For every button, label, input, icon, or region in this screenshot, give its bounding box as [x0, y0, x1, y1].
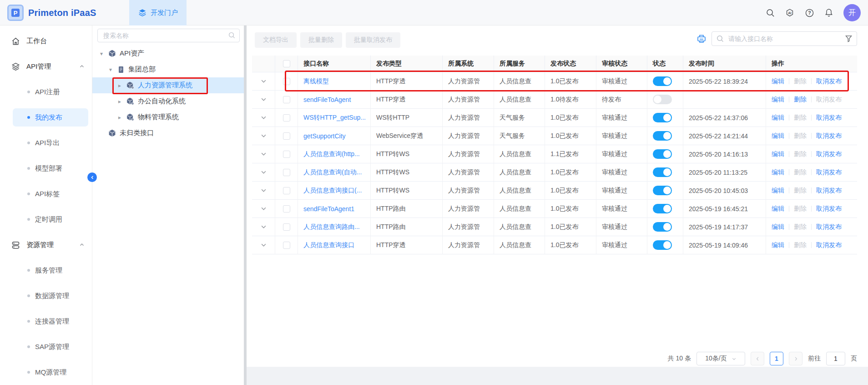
- user-avatar[interactable]: 开: [843, 4, 861, 21]
- status-toggle[interactable]: [653, 113, 672, 122]
- next-page-button[interactable]: [789, 352, 802, 365]
- api-name-link[interactable]: getSupportCity: [303, 132, 346, 140]
- api-name-link[interactable]: 离线模型: [303, 77, 329, 86]
- unpublish-link[interactable]: 取消发布: [816, 223, 842, 231]
- tree-node-unclassified[interactable]: 未归类接口: [92, 125, 244, 141]
- edit-link[interactable]: 编辑: [772, 96, 784, 104]
- sidebar-item-my-publications[interactable]: 我的发布: [0, 105, 92, 130]
- row-checkbox[interactable]: [283, 114, 290, 122]
- row-expand-icon[interactable]: [261, 187, 267, 193]
- tree-expanded-arrow-icon[interactable]: ▾: [107, 66, 114, 73]
- delete-link[interactable]: 删除: [794, 187, 807, 195]
- sidebar-item-scheduled-call[interactable]: 定时调用: [0, 207, 92, 232]
- interface-search-input[interactable]: [712, 31, 857, 46]
- printer-icon[interactable]: [696, 33, 707, 44]
- row-checkbox[interactable]: [283, 96, 290, 103]
- tree-node-oa-system[interactable]: ▸ 办公自动化系统: [92, 93, 244, 109]
- sidebar-item-service-management[interactable]: 服务管理: [0, 258, 92, 283]
- api-name-link[interactable]: WS转HTTP_getSup...: [303, 114, 366, 122]
- tab-dev-portal[interactable]: 开发门户: [129, 0, 187, 25]
- unpublish-link[interactable]: 取消发布: [816, 77, 842, 86]
- api-name-link[interactable]: 人员信息查询接口(...: [303, 187, 362, 195]
- tree-search-input[interactable]: [97, 29, 240, 42]
- unpublish-link[interactable]: 取消发布: [816, 132, 842, 140]
- row-checkbox[interactable]: [283, 169, 290, 176]
- row-expand-icon[interactable]: [261, 78, 267, 84]
- delete-link[interactable]: 删除: [794, 114, 807, 122]
- page-size-select[interactable]: 10条/页: [696, 352, 745, 365]
- notification-bell-icon[interactable]: [824, 8, 834, 18]
- unpublish-link[interactable]: 取消发布: [816, 205, 842, 213]
- tree-node-material-system[interactable]: ▸ 物料管理系统: [92, 109, 244, 125]
- tree-collapsed-arrow-icon[interactable]: ▸: [116, 114, 123, 121]
- sidebar-item-api-tags[interactable]: API标签: [0, 181, 92, 207]
- status-toggle[interactable]: [653, 149, 672, 159]
- delete-link[interactable]: 删除: [794, 150, 807, 158]
- edit-link[interactable]: 编辑: [772, 168, 784, 177]
- api-name-link[interactable]: 人员信息查询(http...: [303, 150, 360, 158]
- sidebar-item-mq-source-management[interactable]: MQ源管理: [0, 360, 92, 385]
- current-page-button[interactable]: 1: [770, 352, 783, 365]
- tree-node-group-hq[interactable]: ▾ 集团总部: [92, 61, 244, 77]
- unpublish-link[interactable]: 取消发布: [816, 114, 842, 122]
- row-checkbox[interactable]: [283, 151, 290, 158]
- status-toggle[interactable]: [653, 95, 672, 104]
- filter-funnel-icon[interactable]: [844, 34, 853, 45]
- edit-link[interactable]: 编辑: [772, 114, 784, 122]
- api-name-link[interactable]: 人员信息查询接口: [303, 241, 354, 249]
- select-all-checkbox[interactable]: [283, 60, 290, 67]
- sidebar-item-datasource-management[interactable]: 数据源管理: [0, 283, 92, 309]
- row-checkbox[interactable]: [283, 132, 290, 140]
- unpublish-link[interactable]: 取消发布: [816, 241, 842, 249]
- edit-link[interactable]: 编辑: [772, 241, 784, 249]
- sidebar-item-api-register[interactable]: API注册: [0, 79, 92, 105]
- delete-link[interactable]: 删除: [794, 241, 807, 249]
- row-checkbox[interactable]: [283, 223, 290, 231]
- status-toggle[interactable]: [653, 240, 672, 250]
- tree-collapsed-arrow-icon[interactable]: ▸: [116, 98, 123, 105]
- status-toggle[interactable]: [653, 131, 672, 141]
- status-toggle[interactable]: [653, 167, 672, 177]
- tree-expanded-arrow-icon[interactable]: ▾: [98, 51, 105, 57]
- sidebar-collapse-handle[interactable]: [87, 172, 97, 182]
- api-name-link[interactable]: 人员信息查询路由...: [303, 223, 360, 231]
- sidebar-item-api-export[interactable]: API导出: [0, 130, 92, 156]
- goto-page-input[interactable]: [826, 352, 845, 365]
- row-checkbox[interactable]: [283, 242, 290, 249]
- row-expand-icon[interactable]: [261, 242, 267, 248]
- unpublish-link[interactable]: 取消发布: [816, 168, 842, 177]
- status-toggle[interactable]: [653, 204, 672, 213]
- delete-link[interactable]: 删除: [794, 77, 807, 86]
- help-icon[interactable]: ?: [804, 8, 814, 18]
- row-expand-icon[interactable]: [261, 169, 267, 175]
- batch-unpublish-button[interactable]: 批量取消发布: [346, 32, 400, 48]
- edit-link[interactable]: 编辑: [772, 187, 784, 195]
- sidebar-item-sap-source-management[interactable]: SAP源管理: [0, 334, 92, 360]
- tree-node-api-assets[interactable]: ▾ API资产: [92, 46, 244, 61]
- doc-export-button[interactable]: 文档导出: [255, 32, 297, 48]
- api-name-link[interactable]: 人员信息查询(自动...: [303, 168, 362, 177]
- status-toggle[interactable]: [653, 76, 672, 86]
- search-icon[interactable]: [765, 8, 775, 18]
- delete-link[interactable]: 删除: [794, 96, 807, 104]
- prev-page-button[interactable]: [751, 352, 764, 365]
- sidebar-item-connector-management[interactable]: 连接器管理: [0, 309, 92, 334]
- row-expand-icon[interactable]: [261, 151, 267, 157]
- row-checkbox[interactable]: [283, 205, 290, 213]
- edit-link[interactable]: 编辑: [772, 223, 784, 231]
- row-expand-icon[interactable]: [261, 133, 267, 139]
- status-toggle[interactable]: [653, 222, 672, 232]
- sidebar-item-model-deploy[interactable]: 模型部署: [0, 156, 92, 181]
- sidebar-group-api-management[interactable]: API管理: [0, 54, 92, 79]
- delete-link[interactable]: 删除: [794, 205, 807, 213]
- row-checkbox[interactable]: [283, 187, 290, 194]
- sidebar-item-workbench[interactable]: 工作台: [0, 28, 92, 54]
- delete-link[interactable]: 删除: [794, 223, 807, 231]
- tree-collapsed-arrow-icon[interactable]: ▸: [116, 82, 123, 89]
- edit-link[interactable]: 编辑: [772, 77, 784, 86]
- row-expand-icon[interactable]: [261, 224, 267, 230]
- edit-link[interactable]: 编辑: [772, 150, 784, 158]
- tree-node-hr-system[interactable]: ▸ 人力资源管理系统: [92, 77, 244, 93]
- delete-link[interactable]: 删除: [794, 168, 807, 177]
- sidebar-group-resource-management[interactable]: 资源管理: [0, 232, 92, 258]
